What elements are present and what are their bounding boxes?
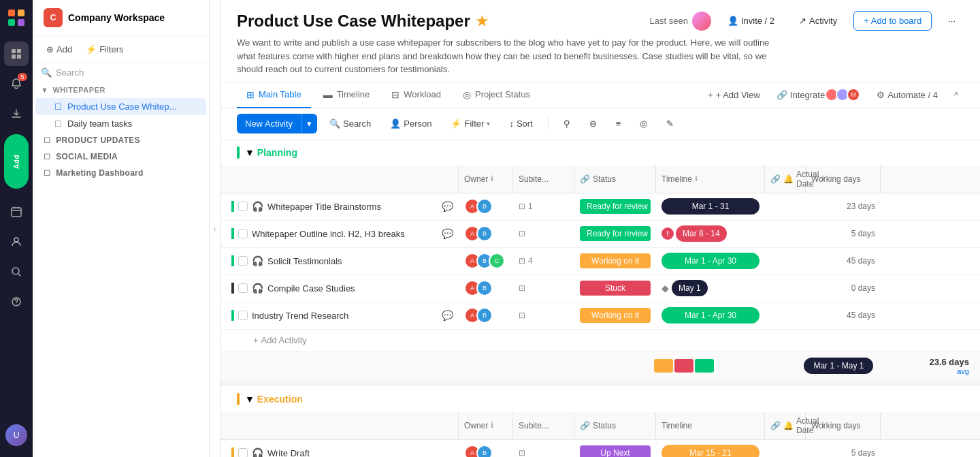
workspace-header[interactable]: C Company Workspace [33,0,209,36]
sort-button[interactable]: ↕ Sort [502,114,539,133]
tab-workload[interactable]: ⊟ Workload [382,82,451,108]
pin-button[interactable]: ⚲ [557,114,577,133]
col-status-exec[interactable]: 🔗 Status [574,412,656,439]
expand-button[interactable]: ◎ [633,114,654,133]
integrate-button[interactable]: 🔗 Integrate M [771,84,866,106]
execution-chevron-icon[interactable]: ▼ [245,394,255,405]
timeline-badge-2[interactable]: Mar 8 - 14 [676,225,727,242]
nav-item-product-whitepaper[interactable]: ☐ Product Use Case Whitep... [35,98,206,115]
comment-icon-2[interactable]: 💬 [442,228,453,239]
col-owner-exec[interactable]: Owner ℹ [459,412,513,439]
status-badge-4[interactable]: Stuck [580,281,651,296]
user-avatar-sidebar[interactable]: U [5,424,27,446]
task-checkbox-4[interactable] [238,283,248,293]
new-activity-button[interactable]: New Activity ▾ [237,114,317,133]
owner-cell-2[interactable]: A B [459,223,513,245]
person-button[interactable]: 👤 Person [383,114,438,133]
see-plans-button[interactable]: Add [4,134,29,189]
status-cell-1[interactable]: Ready for review [574,196,656,217]
edit-button[interactable]: ✎ [659,114,681,133]
status-cell-4[interactable]: Stuck [574,278,656,298]
tab-main-table[interactable]: ⊞ Main Table [237,82,311,108]
nav-calendar-icon[interactable] [4,200,29,224]
nav-item-daily-tasks[interactable]: ☐ Daily team tasks [35,115,206,132]
link-button[interactable]: ⊖ [583,114,604,133]
task-checkbox-1[interactable] [238,202,248,211]
timeline-badge-4[interactable]: May 1 [672,280,708,296]
invite-button[interactable]: 👤 Invite / 2 [719,12,783,30]
add-view-button[interactable]: + + Add View [702,86,766,104]
col-subitems[interactable]: Subite... [513,166,574,193]
status-badge-3[interactable]: Working on it [580,253,651,268]
planning-chevron-icon[interactable]: ▼ [245,147,255,158]
task-checkbox-2[interactable] [238,229,248,238]
status-badge-1[interactable]: Ready for review [580,199,651,214]
section-marketing-dashboard[interactable]: ☐ Marketing Dashboard [33,165,209,181]
timeline-cell-2[interactable]: ! Mar 8 - 14 [656,223,765,245]
subitems-cell-5[interactable]: ⊡ [513,308,574,323]
status-badge-e1[interactable]: Up Next [580,445,651,457]
add-button[interactable]: ⊕ Add [41,42,78,57]
timeline-cell-e1[interactable]: Mar 15 - 21 [656,442,765,457]
tab-timeline[interactable]: ▬ Timeline [314,82,380,108]
nav-people-icon[interactable] [4,230,29,254]
owner-cell-1[interactable]: A B [459,195,513,217]
nav-search-icon[interactable] [4,259,29,284]
subitems-cell-3[interactable]: ⊡ 4 [513,253,574,268]
status-cell-e1[interactable]: Up Next [574,443,656,457]
status-cell-3[interactable]: Working on it [574,251,656,271]
timeline-badge-e1[interactable]: Mar 15 - 21 [662,445,760,457]
add-to-board-button[interactable]: + Add to board [853,11,932,31]
new-activity-arrow[interactable]: ▾ [301,114,317,133]
comment-icon-1[interactable]: 💬 [442,201,453,212]
nav-notification-icon[interactable]: 5 [4,72,29,96]
tab-project-status[interactable]: ◎ Project Status [453,82,540,108]
activity-button[interactable]: ↗ Activity [791,12,845,30]
search-toolbar-button[interactable]: 🔍 Search [323,114,378,133]
rows-button[interactable]: ≡ [609,114,628,133]
nav-download-icon[interactable] [4,101,29,126]
add-activity-planning[interactable]: + Add Activity [220,330,980,351]
star-icon[interactable]: ★ [476,13,488,29]
col-working-days-exec[interactable]: Working days [806,412,881,439]
subitems-cell-1[interactable]: ⊡ 1 [513,199,574,214]
collapse-panel[interactable]: ‹ [210,0,220,457]
task-checkbox-3[interactable] [238,256,248,266]
nav-help-icon[interactable] [4,289,29,314]
col-actual-date-exec[interactable]: 🔗 🔔 Actual Date ℹ [765,412,806,439]
more-options-button[interactable]: ··· [940,12,964,30]
owner-cell-4[interactable]: A B [459,277,513,299]
nav-search[interactable]: 🔍 Search [33,63,209,82]
comment-icon-5[interactable]: 💬 [442,310,453,321]
status-cell-2[interactable]: Ready for review [574,223,656,244]
timeline-cell-4[interactable]: ◆ May 1 [656,277,765,299]
timeline-cell-5[interactable]: Mar 1 - Apr 30 [656,304,765,326]
section-product-updates[interactable]: ☐ PRODUCT UPDATES [33,132,209,148]
filters-button[interactable]: ⚡ Filters [80,42,129,57]
filter-button[interactable]: ⚡ Filter ▾ [444,114,497,133]
status-cell-5[interactable]: Working on it [574,305,656,326]
subitems-cell-e1[interactable]: ⊡ [513,445,574,457]
owner-cell-5[interactable]: A B [459,304,513,326]
status-badge-2[interactable]: Ready for review [580,226,651,241]
timeline-badge-1[interactable]: Mar 1 - 31 [662,198,760,215]
col-actual-date[interactable]: 🔗 🔔 Actual Date ℹ [765,166,806,193]
timeline-cell-1[interactable]: Mar 1 - 31 [656,195,765,217]
col-owner[interactable]: Owner ℹ [459,166,513,193]
collapse-tabs-button[interactable]: ^ [949,86,964,104]
timeline-badge-3[interactable]: Mar 1 - Apr 30 [662,253,760,269]
subitems-cell-4[interactable]: ⊡ [513,281,574,296]
col-subitems-exec[interactable]: Subite... [513,412,574,439]
timeline-badge-5[interactable]: Mar 1 - Apr 30 [662,307,760,324]
col-timeline[interactable]: Timeline ℹ [656,166,765,193]
automate-button[interactable]: ⚙ Automate / 4 [871,86,943,104]
section-whitepaper[interactable]: ▼ WHITEPAPER [33,82,209,98]
col-working-days[interactable]: Working days [806,166,881,193]
timeline-cell-3[interactable]: Mar 1 - Apr 30 [656,250,765,272]
owner-cell-e1[interactable]: A B [459,442,513,457]
section-social-media[interactable]: ☐ SOCIAL MEDIA [33,148,209,165]
subitems-cell-2[interactable]: ⊡ [513,226,574,241]
task-checkbox-5[interactable] [238,311,248,320]
col-status[interactable]: 🔗 Status [574,166,656,193]
status-badge-5[interactable]: Working on it [580,308,651,323]
